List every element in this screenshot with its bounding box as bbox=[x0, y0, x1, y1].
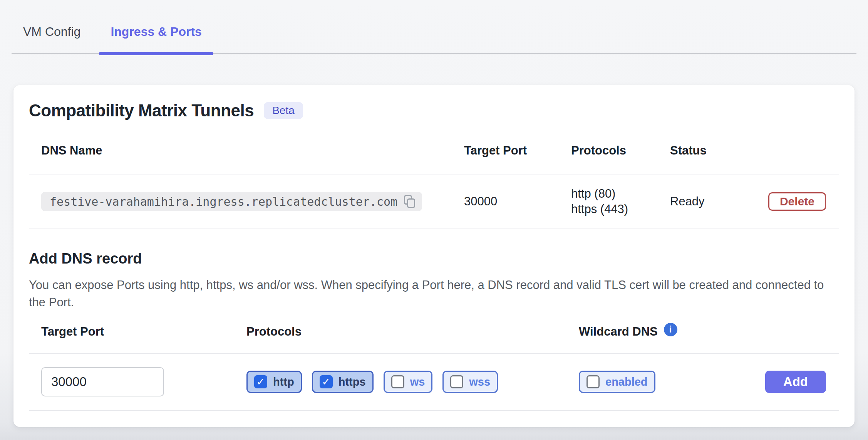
dns-name-value: festive-varahamihira.ingress.replicatedc… bbox=[50, 195, 397, 208]
tab-vm-config-label: VM Config bbox=[23, 25, 80, 39]
copy-icon[interactable] bbox=[404, 195, 416, 208]
column-header-status: Status bbox=[670, 144, 766, 158]
column-header-dns-name: DNS Name bbox=[29, 144, 464, 158]
protocol-chip-label: ws bbox=[410, 376, 425, 388]
protocols-field-cell: http https ws wss bbox=[246, 371, 579, 393]
tab-ingress-ports-label: Ingress & Ports bbox=[111, 25, 202, 39]
add-button[interactable]: Add bbox=[765, 371, 826, 393]
add-dns-record-description: You can expose Ports using http, https, … bbox=[29, 276, 830, 311]
checkbox-icon bbox=[254, 375, 267, 388]
info-icon[interactable] bbox=[664, 323, 677, 336]
protocol-line-https: https (443) bbox=[571, 202, 670, 217]
wildcard-chip-label: enabled bbox=[605, 376, 648, 388]
target-port-input[interactable] bbox=[41, 367, 164, 396]
wildcard-dns-checkbox[interactable]: enabled bbox=[579, 371, 655, 393]
table-row: festive-varahamihira.ingress.replicatedc… bbox=[29, 175, 839, 228]
checkbox-icon bbox=[320, 375, 333, 388]
protocol-checkbox-wss[interactable]: wss bbox=[442, 371, 498, 393]
form-label-wildcard-dns-wrap: Wildcard DNS bbox=[579, 325, 766, 339]
protocol-chip-label: wss bbox=[469, 376, 490, 388]
form-label-wildcard-dns: Wildcard DNS bbox=[579, 325, 658, 339]
delete-button[interactable]: Delete bbox=[768, 192, 826, 211]
protocol-checkbox-ws[interactable]: ws bbox=[384, 371, 433, 393]
column-header-target-port: Target Port bbox=[464, 144, 571, 158]
form-row: http https ws wss enabled bbox=[29, 354, 839, 411]
checkbox-icon bbox=[586, 375, 600, 388]
checkbox-icon bbox=[391, 375, 404, 388]
actions-cell: Delete bbox=[766, 192, 839, 211]
add-button-cell: Add bbox=[766, 371, 839, 393]
tab-ingress-ports[interactable]: Ingress & Ports bbox=[99, 24, 213, 53]
protocol-checkbox-https[interactable]: https bbox=[312, 371, 374, 393]
beta-badge: Beta bbox=[264, 102, 303, 119]
page-title: Compatibility Matrix Tunnels bbox=[29, 100, 254, 121]
table-header-row: DNS Name Target Port Protocols Status bbox=[29, 121, 839, 175]
protocols-cell: http (80) https (443) bbox=[571, 186, 670, 217]
wildcard-field-cell: enabled bbox=[579, 371, 766, 393]
tab-vm-config[interactable]: VM Config bbox=[12, 24, 92, 53]
dns-name-pill: festive-varahamihira.ingress.replicatedc… bbox=[41, 192, 422, 211]
panel-title-row: Compatibility Matrix Tunnels Beta bbox=[29, 100, 839, 121]
status-cell: Ready bbox=[670, 195, 766, 208]
form-header-row: Target Port Protocols Wildcard DNS bbox=[29, 325, 839, 354]
column-header-protocols: Protocols bbox=[571, 143, 670, 158]
protocol-chip-row: http https ws wss bbox=[246, 371, 579, 393]
form-label-protocols: Protocols bbox=[246, 325, 579, 339]
tunnels-panel: Compatibility Matrix Tunnels Beta DNS Na… bbox=[13, 85, 855, 427]
add-dns-record-heading: Add DNS record bbox=[29, 249, 839, 268]
target-port-cell: 30000 bbox=[464, 195, 571, 208]
form-label-target-port: Target Port bbox=[29, 325, 246, 339]
target-port-field-cell bbox=[29, 367, 246, 396]
tab-bar: VM Config Ingress & Ports bbox=[12, 0, 856, 54]
dns-name-cell: festive-varahamihira.ingress.replicatedc… bbox=[29, 192, 464, 211]
protocol-chip-label: https bbox=[338, 376, 366, 388]
protocol-chip-label: http bbox=[273, 376, 294, 388]
protocol-line-http: http (80) bbox=[571, 186, 670, 202]
protocol-checkbox-http[interactable]: http bbox=[246, 371, 302, 393]
checkbox-icon bbox=[450, 375, 463, 388]
